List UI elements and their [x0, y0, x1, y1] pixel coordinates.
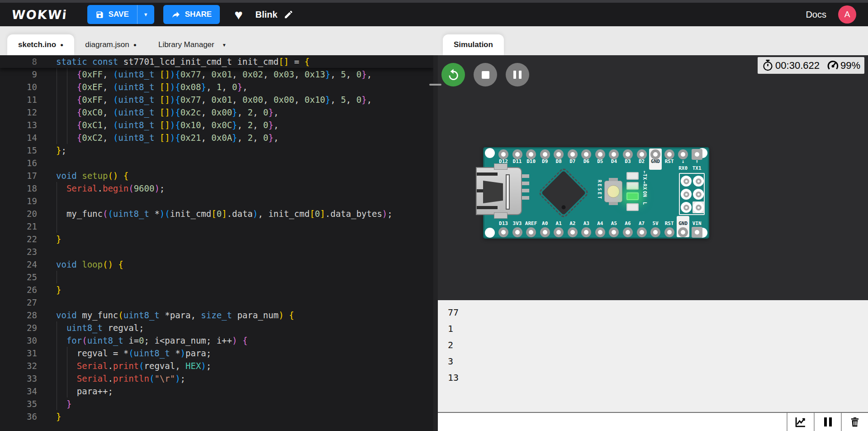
- share-button[interactable]: SHARE: [163, 5, 220, 24]
- usb-connector: [476, 167, 522, 215]
- code-line[interactable]: 21: [0, 220, 433, 233]
- pin-pad: [568, 149, 578, 159]
- code-line[interactable]: 29 uint8_t regval;: [0, 321, 433, 334]
- line-number: 18: [0, 182, 37, 195]
- serial-monitor[interactable]: 7712313: [438, 300, 868, 412]
- save-button[interactable]: SAVE: [87, 5, 138, 24]
- pause-serial-button[interactable]: [814, 413, 841, 431]
- code-text: {0xEF, (uint8_t []){0x08}, 1, 0},: [56, 81, 247, 93]
- led-label: →RX: [642, 181, 647, 190]
- code-line[interactable]: 16: [0, 157, 433, 169]
- pin-pad: [678, 227, 688, 237]
- simulation-canvas[interactable]: 00:30.622 99%: [438, 55, 868, 300]
- pin-label: TX1: [693, 165, 702, 171]
- trash-icon: [849, 416, 861, 428]
- line-number: 32: [0, 359, 37, 372]
- code-line[interactable]: 20 my_func((uint8_t *)(init_cmd[0].data)…: [0, 207, 433, 220]
- code-line[interactable]: 28void my_func(uint8_t *para, size_t par…: [0, 309, 433, 321]
- pin-label: A5: [611, 220, 617, 226]
- clear-serial-button[interactable]: [841, 413, 868, 431]
- pin-label: A3: [583, 220, 589, 226]
- code-line[interactable]: 35 }: [0, 397, 433, 410]
- serial-line: 3: [448, 353, 868, 369]
- chevron-down-icon: ▼: [222, 43, 227, 48]
- tab-library-manager[interactable]: Library Manager▼: [147, 34, 237, 55]
- unsaved-dot-icon: ●: [133, 42, 137, 48]
- code-line[interactable]: 22}: [0, 233, 433, 245]
- pin-label: A4: [597, 220, 603, 226]
- code-line[interactable]: 30 for(uint8_t i=0; i<para_num; i++) {: [0, 334, 433, 347]
- code-line[interactable]: 24void loop() {: [0, 258, 433, 271]
- pause-icon: [513, 71, 516, 79]
- reset-push-button[interactable]: [604, 181, 622, 202]
- pin-pad: [678, 149, 688, 159]
- tab-simulation[interactable]: Simulation: [443, 34, 504, 55]
- line-number: 21: [0, 220, 37, 233]
- code-text: Serial.print(regval, HEX);: [56, 359, 211, 372]
- wokwi-logo[interactable]: WOKWi: [11, 8, 68, 22]
- cpu-usage: 99%: [840, 60, 860, 72]
- pin-pad: [637, 149, 647, 159]
- code-line[interactable]: 34 para++;: [0, 385, 433, 397]
- code-line[interactable]: 17void setup() {: [0, 169, 433, 182]
- code-line[interactable]: 23: [0, 245, 433, 258]
- code-text: {0xFF, (uint8_t []){0x77, 0x01, 0x00, 0x…: [56, 93, 372, 106]
- code-line[interactable]: 25: [0, 271, 433, 283]
- code-line[interactable]: 32 Serial.print(regval, HEX);: [0, 359, 433, 372]
- code-text: static const st7701_lcd_init_cmd_t init_…: [56, 55, 310, 68]
- code-line[interactable]: 11 {0xFF, (uint8_t []){0x77, 0x01, 0x00,…: [0, 93, 433, 106]
- plotter-button[interactable]: [787, 413, 814, 431]
- pin-label: ↓: [682, 158, 685, 164]
- save-options-button[interactable]: ▼: [138, 5, 154, 24]
- pin-label: D2: [639, 158, 645, 164]
- simulation-tab-bar: Simulation: [438, 26, 868, 55]
- code-text: para++;: [56, 385, 113, 397]
- favorite-heart-icon[interactable]: ♥: [234, 8, 242, 22]
- icsp-pad: [681, 189, 692, 200]
- line-number: 30: [0, 334, 37, 347]
- code-line[interactable]: 27: [0, 296, 433, 309]
- docs-link[interactable]: Docs: [806, 10, 826, 20]
- code-line[interactable]: 8static const st7701_lcd_init_cmd_t init…: [0, 55, 433, 68]
- tab-sketch-ino[interactable]: sketch.ino●: [7, 34, 74, 55]
- code-line[interactable]: 12 {0xC0, (uint8_t []){0x2c, 0x00}, 2, 0…: [0, 106, 433, 119]
- pin-label: D11: [513, 158, 522, 164]
- panel-divider[interactable]: [433, 26, 438, 431]
- user-avatar[interactable]: A: [838, 5, 856, 24]
- code-line[interactable]: 31 regval = *(uint8_t *)para;: [0, 347, 433, 359]
- code-editor[interactable]: 8static const st7701_lcd_init_cmd_t init…: [0, 55, 433, 431]
- code-line[interactable]: 33 Serial.println("\r");: [0, 372, 433, 385]
- code-line[interactable]: 36}: [0, 410, 433, 423]
- icsp-pad: [693, 189, 704, 200]
- code-line[interactable]: 26}: [0, 283, 433, 296]
- code-line[interactable]: 13 {0xC1, (uint8_t []){0x10, 0x0C}, 2, 0…: [0, 119, 433, 131]
- stop-button[interactable]: [474, 63, 497, 86]
- pin-label: D6: [583, 158, 589, 164]
- pin-pad: [581, 227, 591, 237]
- code-line[interactable]: 19: [0, 195, 433, 207]
- pin-label: 3V3: [513, 220, 522, 226]
- divider-drag-handle[interactable]: [429, 84, 441, 86]
- restart-button[interactable]: [441, 63, 465, 86]
- pin-label: ↑: [695, 158, 698, 164]
- code-line[interactable]: 18 Serial.begin(9600);: [0, 182, 433, 195]
- edit-pencil-icon[interactable]: [284, 10, 294, 19]
- pin-label: A6: [625, 220, 631, 226]
- restart-icon: [446, 68, 460, 81]
- led-label: ON: [642, 191, 647, 197]
- code-line[interactable]: 14 {0xC2, (uint8_t []){0x21, 0x0A}, 2, 0…: [0, 131, 433, 144]
- line-number: 22: [0, 233, 37, 245]
- mounting-hole: [485, 148, 495, 158]
- line-number: 8: [0, 55, 37, 68]
- arduino-nano-board[interactable]: RESET ←TX→RXONL D12D11D10D9D8D7D6D5D4D3D…: [483, 147, 709, 239]
- pin-label: D8: [556, 158, 562, 164]
- code-line[interactable]: 15};: [0, 144, 433, 157]
- pin-pad: [609, 227, 619, 237]
- pin-pad: [540, 227, 550, 237]
- tab-diagram-json[interactable]: diagram.json●: [74, 34, 147, 55]
- line-number: 10: [0, 81, 37, 93]
- code-line[interactable]: 9 {0xFF, (uint8_t []){0x77, 0x01, 0x02, …: [0, 68, 433, 81]
- pause-button[interactable]: [506, 63, 529, 86]
- code-line[interactable]: 10 {0xEF, (uint8_t []){0x08}, 1, 0},: [0, 81, 433, 93]
- icsp-pad: [681, 202, 692, 213]
